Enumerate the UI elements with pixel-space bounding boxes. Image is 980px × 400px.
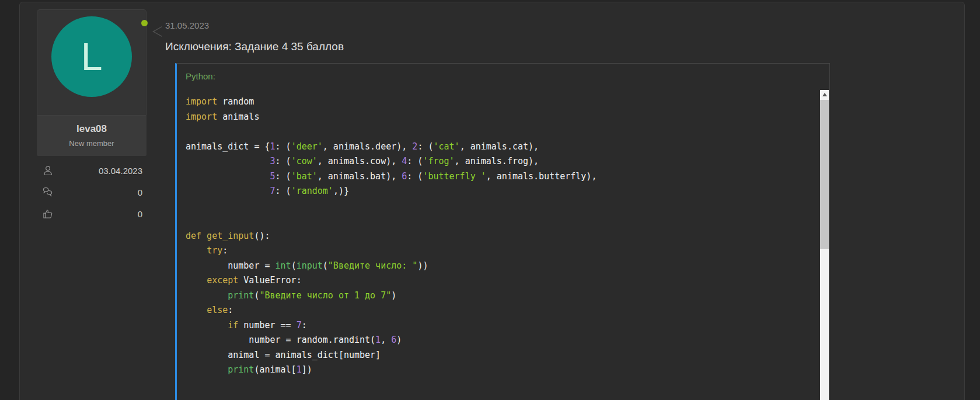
code-line: except ValueError:: [186, 273, 819, 288]
likes-count-value: 0: [138, 209, 144, 219]
username-link[interactable]: leva08: [40, 123, 143, 135]
code-line: number = int(input("Введите число: ")): [186, 259, 819, 274]
messages-icon: [42, 186, 54, 198]
code-line: [186, 124, 819, 140]
scrollbar-thumb[interactable]: [820, 100, 829, 249]
code-language-label: Python:: [177, 64, 829, 81]
code-line: print(animal[1]): [186, 363, 819, 378]
code-line: import random: [186, 95, 819, 110]
code-line: else:: [186, 303, 819, 318]
stat-row-messages: 0: [42, 186, 144, 199]
avatar-letter: L: [81, 37, 103, 76]
code-lines: import randomimport animals animals_dict…: [186, 95, 819, 378]
code-line: animals_dict = {1: ('deer', animals.deer…: [186, 140, 819, 155]
code-line: 3: ('cow', animals.cow), 4: ('frog', ani…: [186, 154, 819, 169]
code-line: 5: ('bat', animals.bat), 6: ('butterfly …: [186, 169, 819, 185]
message-card: L leva08 New member 03.04.2023 0: [19, 2, 965, 400]
code-line: if number == 7:: [186, 318, 819, 333]
avatar[interactable]: L: [51, 16, 132, 97]
online-indicator-dot: [141, 20, 148, 26]
code-line: try:: [186, 244, 819, 259]
code-line: animal = animals_dict[number]: [186, 348, 819, 363]
joined-date-value: 03.04.2023: [99, 166, 144, 176]
user-name-panel: leva08 New member: [37, 116, 147, 156]
user-role-label: New member: [40, 139, 143, 148]
message-content: 31.05.2023 Исключения: Задание 4 35 балл…: [165, 2, 956, 400]
code-line: print("Введите число от 1 до 7"): [186, 288, 819, 304]
arrow-up-icon: [822, 93, 827, 96]
code-block: Python: import randomimport animals anim…: [175, 63, 830, 400]
stat-row-likes: 0: [42, 207, 144, 220]
code-scroll-area[interactable]: import randomimport animals animals_dict…: [177, 89, 819, 400]
code-line: 7: ('random',)}: [186, 184, 819, 199]
code-line: [186, 214, 819, 229]
likes-icon: [42, 208, 54, 220]
member-icon: [42, 165, 54, 176]
user-stats: 03.04.2023 0 0: [37, 156, 147, 220]
messages-count-value: 0: [138, 187, 144, 197]
stat-row-joined: 03.04.2023: [42, 164, 144, 177]
code-line: def get_input():: [186, 229, 819, 244]
code-scrollbar[interactable]: [820, 90, 829, 400]
avatar-box: L: [37, 9, 147, 116]
scrollbar-up-button[interactable]: [820, 90, 829, 99]
code-line: [186, 199, 819, 214]
post-date-link[interactable]: 31.05.2023: [165, 2, 209, 30]
post-title: Исключения: Задание 4 35 баллов: [165, 40, 956, 53]
user-sidebar: L leva08 New member 03.04.2023 0: [37, 9, 147, 229]
code-line: import animals: [186, 110, 819, 125]
code-line: number = random.randint(1, 6): [186, 333, 819, 348]
